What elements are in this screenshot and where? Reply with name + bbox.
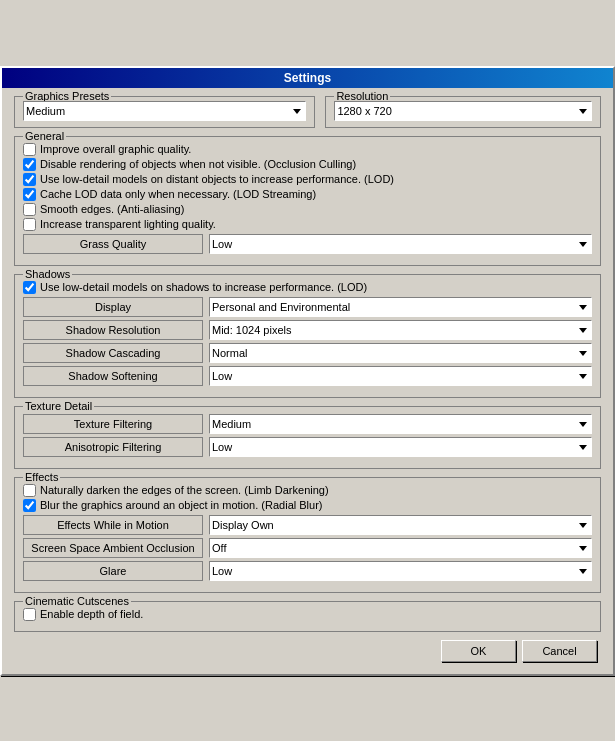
anisotropic-select[interactable]: Low — [209, 437, 592, 457]
anisotropic-label: Anisotropic Filtering — [23, 437, 203, 457]
graphics-presets-group: Graphics Presets Medium — [14, 96, 315, 128]
general-checkbox-6: Increase transparent lighting quality. — [23, 218, 592, 231]
shadows-section: Shadows Use low-detail models on shadows… — [14, 274, 601, 398]
cb-lod-label: Use low-detail models on distant objects… — [40, 173, 394, 185]
effects-motion-select[interactable]: Display Own — [209, 515, 592, 535]
ssao-row: Screen Space Ambient Occlusion Off — [23, 538, 592, 558]
shadow-softening-label: Shadow Softening — [23, 366, 203, 386]
glare-select[interactable]: Low — [209, 561, 592, 581]
shadow-cascading-row: Shadow Cascading Normal — [23, 343, 592, 363]
cb-lod-streaming[interactable] — [23, 188, 36, 201]
cb-improve-graphics[interactable] — [23, 143, 36, 156]
glare-row: Glare Low — [23, 561, 592, 581]
cb-shadows-lod[interactable] — [23, 281, 36, 294]
general-checkbox-3: Use low-detail models on distant objects… — [23, 173, 592, 186]
effects-label: Effects — [23, 471, 60, 483]
cb-limb-darkening[interactable] — [23, 484, 36, 497]
cb-limb-darkening-label: Naturally darken the edges of the screen… — [40, 484, 329, 496]
display-select[interactable]: Personal and Environmental — [209, 297, 592, 317]
cb-radial-blur-label: Blur the graphics around an object in mo… — [40, 499, 322, 511]
ok-button[interactable]: OK — [441, 640, 516, 662]
cb-radial-blur[interactable] — [23, 499, 36, 512]
effects-section: Effects Naturally darken the edges of th… — [14, 477, 601, 593]
resolution-group: Resolution 1280 x 720 — [325, 96, 601, 128]
shadow-cascading-select[interactable]: Normal — [209, 343, 592, 363]
shadow-resolution-select[interactable]: Mid: 1024 pixels — [209, 320, 592, 340]
effects-checkbox-2: Blur the graphics around an object in mo… — [23, 499, 592, 512]
general-label: General — [23, 130, 66, 142]
shadow-resolution-row: Shadow Resolution Mid: 1024 pixels — [23, 320, 592, 340]
shadow-softening-select[interactable]: Low — [209, 366, 592, 386]
general-checkbox-4: Cache LOD data only when necessary. (LOD… — [23, 188, 592, 201]
grass-quality-select[interactable]: Low — [209, 234, 592, 254]
glare-label: Glare — [23, 561, 203, 581]
texture-section: Texture Detail Texture Filtering Medium … — [14, 406, 601, 469]
texture-filtering-select[interactable]: Medium — [209, 414, 592, 434]
cb-antialiasing[interactable] — [23, 203, 36, 216]
cb-antialiasing-label: Smooth edges. (Anti-aliasing) — [40, 203, 184, 215]
shadow-cascading-label: Shadow Cascading — [23, 343, 203, 363]
anisotropic-row: Anisotropic Filtering Low — [23, 437, 592, 457]
cinematic-label: Cinematic Cutscenes — [23, 595, 131, 607]
cb-lod[interactable] — [23, 173, 36, 186]
cb-occlusion-culling[interactable] — [23, 158, 36, 171]
general-checkbox-1: Improve overall graphic quality. — [23, 143, 592, 156]
grass-quality-label: Grass Quality — [23, 234, 203, 254]
ssao-select[interactable]: Off — [209, 538, 592, 558]
shadows-lod-checkbox: Use low-detail models on shadows to incr… — [23, 281, 592, 294]
cinematic-section: Cinematic Cutscenes Enable depth of fiel… — [14, 601, 601, 632]
cb-shadows-lod-label: Use low-detail models on shadows to incr… — [40, 281, 367, 293]
display-row: Display Personal and Environmental — [23, 297, 592, 317]
cb-occlusion-culling-label: Disable rendering of objects when not vi… — [40, 158, 356, 170]
cb-lod-streaming-label: Cache LOD data only when necessary. (LOD… — [40, 188, 316, 200]
general-checkbox-2: Disable rendering of objects when not vi… — [23, 158, 592, 171]
general-section: General Improve overall graphic quality.… — [14, 136, 601, 266]
grass-quality-row: Grass Quality Low — [23, 234, 592, 254]
effects-motion-label: Effects While in Motion — [23, 515, 203, 535]
resolution-select[interactable]: 1280 x 720 — [334, 101, 592, 121]
texture-filtering-row: Texture Filtering Medium — [23, 414, 592, 434]
texture-filtering-label: Texture Filtering — [23, 414, 203, 434]
cinematic-checkbox: Enable depth of field. — [23, 608, 592, 621]
title-bar: Settings — [2, 68, 613, 88]
graphics-presets-select[interactable]: Medium — [23, 101, 306, 121]
shadows-label: Shadows — [23, 268, 72, 280]
cb-improve-graphics-label: Improve overall graphic quality. — [40, 143, 191, 155]
general-checkbox-5: Smooth edges. (Anti-aliasing) — [23, 203, 592, 216]
shadow-resolution-label: Shadow Resolution — [23, 320, 203, 340]
ssao-label: Screen Space Ambient Occlusion — [23, 538, 203, 558]
cancel-button[interactable]: Cancel — [522, 640, 597, 662]
window-title: Settings — [284, 71, 331, 85]
shadow-softening-row: Shadow Softening Low — [23, 366, 592, 386]
effects-checkbox-1: Naturally darken the edges of the screen… — [23, 484, 592, 497]
settings-window: Settings Graphics Presets Medium Resolut… — [0, 66, 615, 676]
effects-motion-row: Effects While in Motion Display Own — [23, 515, 592, 535]
cb-depth-of-field[interactable] — [23, 608, 36, 621]
cb-transparent-lighting-label: Increase transparent lighting quality. — [40, 218, 216, 230]
cb-depth-of-field-label: Enable depth of field. — [40, 608, 143, 620]
cb-transparent-lighting[interactable] — [23, 218, 36, 231]
texture-label: Texture Detail — [23, 400, 94, 412]
display-label: Display — [23, 297, 203, 317]
bottom-buttons: OK Cancel — [14, 640, 601, 662]
